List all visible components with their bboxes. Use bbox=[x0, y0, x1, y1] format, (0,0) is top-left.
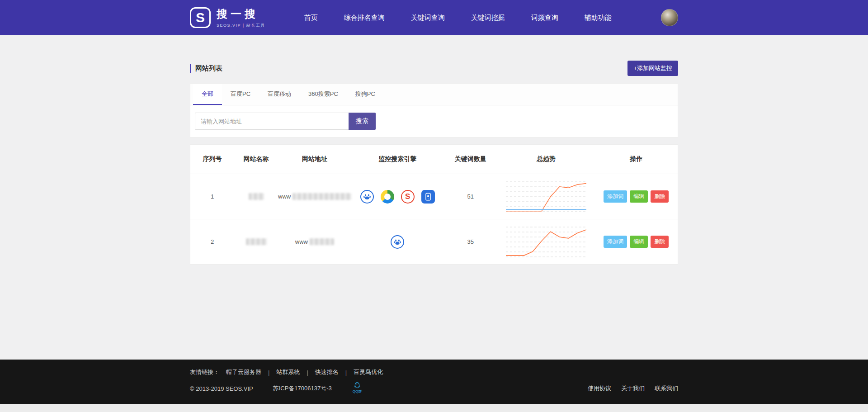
footer-link-about[interactable]: 关于我们 bbox=[621, 384, 645, 393]
brand[interactable]: S 搜一搜 SEOS.VIP | 站长工具 bbox=[190, 7, 265, 28]
qq-icon bbox=[354, 381, 361, 388]
link-separator: | bbox=[345, 369, 347, 376]
footer-link-bailingniao[interactable]: 百灵鸟优化 bbox=[354, 368, 383, 376]
add-word-button[interactable]: 添加词 bbox=[604, 236, 627, 248]
site-name-redacted bbox=[246, 238, 267, 245]
footer: 友情链接： 帽子云服务器 | 站群系统 | 快速排名 | 百灵鸟优化 © 201… bbox=[0, 360, 868, 404]
footer-link-contact[interactable]: 联系我们 bbox=[655, 384, 678, 393]
360-search-icon bbox=[380, 189, 395, 204]
tab-360-pc[interactable]: 360搜索PC bbox=[300, 84, 347, 105]
qq-group-link[interactable]: QQ群 bbox=[353, 381, 362, 394]
table-row: 1 www bbox=[190, 174, 678, 219]
user-avatar[interactable] bbox=[661, 9, 678, 26]
header-site-name: 网站名称 bbox=[234, 155, 278, 163]
brand-title: 搜一搜 bbox=[217, 7, 265, 21]
nav-item-home[interactable]: 首页 bbox=[304, 14, 318, 22]
brand-subtitle: SEOS.VIP | 站长工具 bbox=[217, 23, 265, 28]
nav-item-rank-query[interactable]: 综合排名查询 bbox=[344, 14, 385, 22]
nav-item-word-frequency[interactable]: 词频查询 bbox=[531, 14, 558, 22]
nav-item-keyword-query[interactable]: 关键词查询 bbox=[411, 14, 445, 22]
header-engines: 监控搜索引擎 bbox=[351, 155, 444, 163]
site-name-redacted bbox=[249, 193, 264, 200]
baidu-mobile-icon bbox=[421, 189, 435, 204]
site-url-prefix: www bbox=[278, 193, 291, 200]
keyword-count: 35 bbox=[444, 238, 498, 245]
site-url-redacted bbox=[292, 193, 351, 200]
row-index: 2 bbox=[190, 238, 234, 245]
header-site-url: 网站地址 bbox=[278, 155, 351, 163]
nav-item-keyword-mining[interactable]: 关键词挖掘 bbox=[471, 14, 505, 22]
footer-link-terms[interactable]: 使用协议 bbox=[588, 384, 611, 393]
navbar: S 搜一搜 SEOS.VIP | 站长工具 首页 综合排名查询 关键词查询 关键… bbox=[0, 0, 868, 35]
engine-icons: S bbox=[351, 189, 444, 204]
footer-link-maozi-cloud[interactable]: 帽子云服务器 bbox=[226, 368, 261, 376]
link-separator: | bbox=[268, 369, 269, 376]
copyright-text: © 2013-2019 SEOS.VIP bbox=[190, 385, 253, 392]
filter-card: 全部 百度PC 百度移动 360搜索PC 搜狗PC 搜索 bbox=[190, 84, 678, 137]
row-actions: 添加词 编辑 删除 bbox=[595, 236, 678, 248]
add-word-button[interactable]: 添加词 bbox=[604, 190, 627, 203]
tab-all[interactable]: 全部 bbox=[193, 84, 222, 105]
header-index: 序列号 bbox=[190, 155, 234, 163]
footer-link-zhanqun[interactable]: 站群系统 bbox=[276, 368, 300, 376]
page-title: 网站列表 bbox=[190, 64, 222, 73]
icp-number: 苏ICP备17006137号-3 bbox=[273, 384, 332, 393]
keyword-count: 51 bbox=[444, 193, 498, 200]
row-index: 1 bbox=[190, 193, 234, 200]
trend-chart bbox=[506, 180, 586, 213]
search-button[interactable]: 搜索 bbox=[349, 113, 376, 130]
bottom-strip bbox=[0, 404, 868, 412]
table-row: 2 www bbox=[190, 219, 678, 264]
edit-button[interactable]: 编辑 bbox=[630, 190, 648, 203]
main-nav: 首页 综合排名查询 关键词查询 关键词挖掘 词频查询 辅助功能 bbox=[304, 14, 612, 22]
link-separator: | bbox=[307, 369, 308, 376]
header-trend: 总趋势 bbox=[497, 155, 595, 163]
site-url-prefix: www bbox=[295, 238, 308, 245]
engine-tabs: 全部 百度PC 百度移动 360搜索PC 搜狗PC bbox=[190, 84, 678, 105]
tab-sogou-pc[interactable]: 搜狗PC bbox=[347, 84, 384, 105]
delete-button[interactable]: 删除 bbox=[651, 236, 669, 248]
engine-icons bbox=[351, 235, 444, 249]
site-url-redacted bbox=[310, 238, 334, 245]
sogou-icon: S bbox=[401, 189, 415, 204]
qq-group-label: QQ群 bbox=[353, 389, 362, 394]
site-table: 序列号 网站名称 网站地址 监控搜索引擎 关键词数量 总趋势 操作 1 www bbox=[190, 144, 678, 265]
add-site-monitor-button[interactable]: +添加网站监控 bbox=[627, 61, 678, 76]
header-actions: 操作 bbox=[595, 155, 678, 163]
baidu-pc-icon bbox=[360, 189, 374, 204]
trend-chart bbox=[506, 225, 586, 259]
row-actions: 添加词 编辑 删除 bbox=[595, 190, 678, 203]
baidu-pc-icon bbox=[390, 235, 405, 249]
delete-button[interactable]: 删除 bbox=[651, 190, 669, 203]
tab-baidu-pc[interactable]: 百度PC bbox=[222, 84, 259, 105]
friend-links-label: 友情链接： bbox=[190, 368, 219, 376]
tab-baidu-mobile[interactable]: 百度移动 bbox=[259, 84, 300, 105]
header-keyword-count: 关键词数量 bbox=[444, 155, 498, 163]
logo-icon: S bbox=[190, 7, 211, 28]
site-search-input[interactable] bbox=[195, 113, 349, 130]
main-content: 网站列表 +添加网站监控 全部 百度PC 百度移动 360搜索PC 搜狗PC 搜… bbox=[0, 35, 868, 360]
table-header-row: 序列号 网站名称 网站地址 监控搜索引擎 关键词数量 总趋势 操作 bbox=[190, 145, 678, 174]
footer-link-kuaisu-paiming[interactable]: 快速排名 bbox=[315, 368, 339, 376]
nav-item-tools[interactable]: 辅助功能 bbox=[585, 14, 612, 22]
edit-button[interactable]: 编辑 bbox=[630, 236, 648, 248]
